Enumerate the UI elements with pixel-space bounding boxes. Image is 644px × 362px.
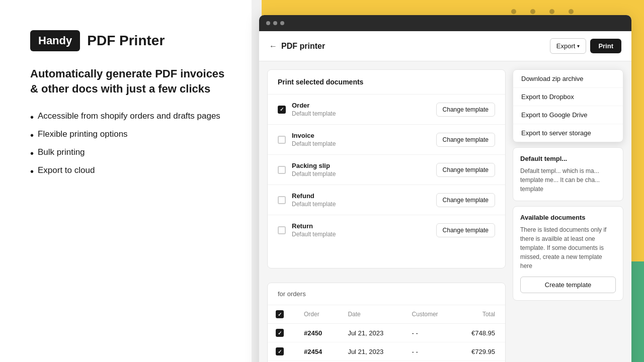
default-template-card: Default templ... Default templ... which … <box>513 147 623 201</box>
select-all-checkbox[interactable] <box>276 310 284 318</box>
available-docs-text: There is listed documents only if there … <box>520 225 616 270</box>
packing-slip-change-template-button[interactable]: Change template <box>436 163 495 177</box>
return-change-template-button[interactable]: Change template <box>436 223 495 237</box>
order-name: Order <box>292 102 430 109</box>
table-row: #2454 Jul 21, 2023 - - €729.95 <box>268 342 505 361</box>
dropdown-item-zip[interactable]: Download zip archive <box>513 70 623 88</box>
table-row: #2450 Jul 21, 2023 - - €748.95 <box>268 324 505 342</box>
order-change-template-button[interactable]: Change template <box>436 103 495 117</box>
marketing-panel: Handy PDF Printer Automatically generate… <box>0 0 252 362</box>
row2-total: €729.95 <box>455 342 505 361</box>
return-name: Return <box>292 222 430 230</box>
row2-order: #2454 <box>294 342 338 361</box>
page-title: PDF printer <box>281 42 325 51</box>
info-panel: Download zip archive Export to Dropbox E… <box>513 69 623 362</box>
invoice-checkbox[interactable] <box>278 136 286 144</box>
refund-template: Default template <box>292 201 430 208</box>
orders-section-header: for orders <box>268 283 505 305</box>
packing-slip-checkbox[interactable] <box>278 166 286 174</box>
packing-slip-template: Default template <box>292 170 430 177</box>
doc-row-packing-slip: Packing slip Default template Change tem… <box>268 155 505 185</box>
col-total: Total <box>455 305 505 324</box>
export-dropdown-menu: Download zip archive Export to Dropbox E… <box>513 69 623 142</box>
order-info: Order Default template <box>292 102 430 117</box>
bullet-2: Flexible printing options <box>30 129 231 141</box>
row1-select <box>268 324 294 342</box>
doc-row-return: Return Default template Change template <box>268 215 505 245</box>
logo-container: Handy PDF Printer <box>30 30 231 51</box>
dropdown-item-dropbox[interactable]: Export to Dropbox <box>513 88 623 106</box>
dropdown-item-server[interactable]: Export to server storage <box>513 124 623 142</box>
chevron-down-icon: ▾ <box>577 43 580 49</box>
dropdown-item-gdrive[interactable]: Export to Google Drive <box>513 106 623 124</box>
header-left: ← PDF printer <box>269 42 325 51</box>
row1-order: #2450 <box>294 324 338 342</box>
bullet-list: Accessible from shopify orders and draft… <box>30 111 231 177</box>
select-all-header <box>268 305 294 324</box>
table-header-row: Order Date Customer Total <box>268 305 505 324</box>
invoice-template: Default template <box>292 140 430 147</box>
doc-row-refund: Refund Default template Change template <box>268 185 505 215</box>
row1-date: Jul 21, 2023 <box>338 324 401 342</box>
refund-info: Refund Default template <box>292 192 430 208</box>
available-docs-title: Available documents <box>520 214 616 221</box>
browser-window: ← PDF printer Export ▾ Print Print selec… <box>259 15 631 362</box>
col-customer: Customer <box>402 305 455 324</box>
available-docs-card: Available documents There is listed docu… <box>513 206 623 301</box>
order-checkbox[interactable] <box>278 106 286 114</box>
print-button[interactable]: Print <box>590 39 621 53</box>
browser-titlebar <box>259 15 631 31</box>
refund-checkbox[interactable] <box>278 196 286 204</box>
doc-row-invoice: Invoice Default template Change template <box>268 125 505 155</box>
packing-slip-info: Packing slip Default template <box>292 162 430 177</box>
invoice-info: Invoice Default template <box>292 132 430 147</box>
browser-dot-1 <box>266 21 270 25</box>
export-button[interactable]: Export ▾ <box>550 38 587 54</box>
row2-select <box>268 342 294 361</box>
refund-name: Refund <box>292 192 430 200</box>
row1-checkbox[interactable] <box>276 329 284 337</box>
tagline: Automatically generate PDF invoices & ot… <box>30 66 231 96</box>
row1-customer: - - <box>402 324 455 342</box>
header-actions: Export ▾ Print <box>550 38 621 54</box>
logo-box: Handy <box>30 30 80 51</box>
default-template-text: Default templ... which is ma... template… <box>520 166 616 194</box>
browser-dot-2 <box>273 21 277 25</box>
invoice-name: Invoice <box>292 132 430 139</box>
app-panel: ← PDF printer Export ▾ Print Print selec… <box>252 0 644 362</box>
default-template-title: Default templ... <box>520 155 616 162</box>
order-template: Default template <box>292 110 430 117</box>
col-date: Date <box>338 305 401 324</box>
app-header: ← PDF printer Export ▾ Print <box>259 31 631 61</box>
refund-change-template-button[interactable]: Change template <box>436 193 495 207</box>
bullet-1: Accessible from shopify orders and draft… <box>30 111 231 123</box>
documents-card-header: Print selected documents <box>268 70 505 95</box>
documents-card: Print selected documents Order Default t… <box>267 69 506 268</box>
col-order: Order <box>294 305 338 324</box>
create-template-button[interactable]: Create template <box>520 277 616 293</box>
back-button[interactable]: ← <box>269 42 277 51</box>
app-content: Print selected documents Order Default t… <box>259 61 631 362</box>
row2-customer: - - <box>402 342 455 361</box>
invoice-change-template-button[interactable]: Change template <box>436 133 495 147</box>
orders-section: for orders Order Date Customer Total <box>267 283 506 362</box>
row2-checkbox[interactable] <box>276 347 284 355</box>
return-checkbox[interactable] <box>278 226 286 234</box>
orders-table: Order Date Customer Total # <box>268 305 505 362</box>
return-info: Return Default template <box>292 222 430 238</box>
bullet-4: Export to cloud <box>30 165 231 177</box>
return-template: Default template <box>292 231 430 238</box>
content-left: Print selected documents Order Default t… <box>267 69 506 362</box>
bullet-3: Bulk printing <box>30 147 231 159</box>
product-name: PDF Printer <box>87 33 165 49</box>
browser-dot-3 <box>280 21 284 25</box>
row2-date: Jul 21, 2023 <box>338 342 401 361</box>
packing-slip-name: Packing slip <box>292 162 430 169</box>
doc-row-order: Order Default template Change template <box>268 95 505 125</box>
row1-total: €748.95 <box>455 324 505 342</box>
